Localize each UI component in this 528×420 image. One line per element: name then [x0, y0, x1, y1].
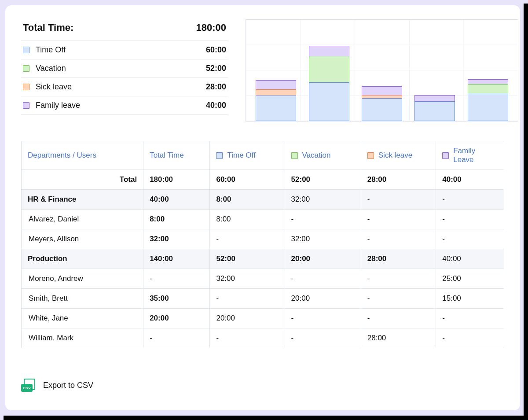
table-body: Total 180:00 60:00 52:00 28:00 40:00 HR … [22, 170, 504, 348]
row-vacation-cell: 20:00 [285, 289, 361, 309]
table-row[interactable]: HR & Finance40:008:0032:00-- [22, 190, 504, 210]
chart-segment [309, 46, 349, 57]
row-total-cell: 20:00 [143, 309, 210, 328]
chart-bar [309, 47, 349, 122]
th-departments-label: Departments / Users [28, 151, 96, 159]
chart-bar [414, 96, 455, 121]
th-family-leave[interactable]: Family Leave [436, 141, 504, 170]
chart-segment [256, 80, 296, 90]
row-family-cell: 25:00 [436, 269, 504, 289]
chart-segment [256, 96, 296, 121]
table-header-row: Departments / Users Total Time Time Off … [22, 141, 504, 170]
row-family-cell: - [436, 210, 504, 229]
row-name-cell: Meyers, Allison [22, 229, 143, 249]
top-section: Total Time: 180:00 Time Off60:00Vacation… [21, 19, 504, 122]
row-sick-cell: - [361, 309, 436, 328]
row-time-off-cell: - [210, 229, 285, 249]
th-vacation[interactable]: Vacation [285, 141, 361, 170]
chart-segment [362, 98, 402, 121]
table-row[interactable]: White, Jane20:0020:00--- [22, 309, 504, 328]
summary-item-value: 52:00 [206, 64, 226, 73]
row-sick-cell: - [361, 289, 436, 309]
csv-file-icon: CSV [21, 379, 36, 392]
row-name-cell: William, Mark [22, 328, 143, 348]
chart-bar [256, 81, 296, 122]
row-family-cell: - [436, 328, 504, 348]
table-row[interactable]: Meyers, Allison32:00-32:00-- [22, 229, 504, 249]
row-family-cell: 15:00 [436, 289, 504, 309]
total-row-total: 180:00 [143, 170, 210, 190]
csv-icon-text: CSV [21, 384, 33, 392]
table-row[interactable]: Smith, Brett35:00-20:00-15:00 [22, 289, 504, 309]
frame-edge-bottom [4, 416, 528, 420]
vacation-swatch-icon [291, 152, 298, 159]
summary-header: Total Time: 180:00 [21, 19, 228, 41]
time-off-swatch-icon [216, 152, 223, 159]
chart-bar [468, 80, 508, 122]
chart-bar [362, 87, 402, 122]
row-time-off-cell: 8:00 [210, 210, 285, 229]
table-row[interactable]: Moreno, Andrew-32:00--25:00 [22, 269, 504, 289]
th-departments[interactable]: Departments / Users [22, 141, 143, 170]
summary-title: Total Time: [23, 22, 73, 33]
summary-total-value: 180:00 [196, 22, 226, 33]
chart-segment [468, 84, 508, 95]
row-vacation-cell: - [285, 210, 361, 229]
row-name-cell: White, Jane [22, 309, 143, 328]
row-vacation-cell: - [285, 269, 361, 289]
th-sick-leave-label: Sick leave [378, 151, 412, 160]
row-vacation-cell: - [285, 328, 361, 348]
th-total-time[interactable]: Total Time [143, 141, 210, 170]
th-sick-leave[interactable]: Sick leave [361, 141, 436, 170]
row-sick-cell: - [361, 190, 436, 210]
total-row-sick: 28:00 [361, 170, 436, 190]
total-row-vacation: 52:00 [285, 170, 361, 190]
row-sick-cell: 28:00 [361, 249, 436, 269]
row-vacation-cell: 32:00 [285, 190, 361, 210]
sick-swatch-icon [367, 152, 374, 159]
row-family-cell: 40:00 [436, 249, 504, 269]
th-time-off-label: Time Off [227, 151, 255, 160]
row-time-off-cell: - [210, 289, 285, 309]
row-time-off-cell: 32:00 [210, 269, 285, 289]
row-total-cell: - [143, 328, 210, 348]
time-report-table: Departments / Users Total Time Time Off … [21, 141, 504, 348]
row-sick-cell: - [361, 229, 436, 249]
summary-item-label: Vacation [36, 64, 66, 73]
chart-segment [468, 94, 508, 121]
family-leave-swatch-icon [23, 102, 29, 109]
summary-item-vacation: Vacation52:00 [21, 59, 228, 78]
chart-wrap [246, 19, 518, 122]
row-family-cell: - [436, 309, 504, 328]
row-name-cell: Moreno, Andrew [22, 269, 143, 289]
summary-item-value: 60:00 [206, 45, 226, 55]
row-name-cell: Smith, Brett [22, 289, 143, 309]
summary-panel: Total Time: 180:00 Time Off60:00Vacation… [21, 19, 228, 122]
row-total-cell: 32:00 [143, 229, 210, 249]
row-total-cell: 140:00 [143, 249, 210, 269]
export-csv-label: Export to CSV [43, 381, 93, 390]
total-row-label: Total [22, 170, 143, 190]
summary-item-sick-leave: Sick leave28:00 [21, 78, 228, 96]
th-family-leave-label: Family Leave [453, 147, 498, 164]
export-csv-button[interactable]: CSV Export to CSV [21, 379, 93, 392]
row-sick-cell: - [361, 210, 436, 229]
table-row[interactable]: Production140:0052:0020:0028:0040:00 [22, 249, 504, 269]
row-sick-cell: 28:00 [361, 328, 436, 348]
page-background: Total Time: 180:00 Time Off60:00Vacation… [0, 0, 528, 420]
vacation-swatch-icon [23, 65, 29, 72]
th-time-off[interactable]: Time Off [210, 141, 285, 170]
time-distribution-chart [246, 19, 518, 122]
row-total-cell: 8:00 [143, 210, 210, 229]
row-name-cell: Alvarez, Daniel [22, 210, 143, 229]
summary-item-family-leave: Family leave40:00 [21, 96, 228, 115]
table-row[interactable]: Alvarez, Daniel8:008:00--- [22, 210, 504, 229]
th-vacation-label: Vacation [302, 151, 331, 160]
row-time-off-cell: 20:00 [210, 309, 285, 328]
row-family-cell: - [436, 190, 504, 210]
summary-item-label: Sick leave [36, 82, 72, 92]
row-vacation-cell: 32:00 [285, 229, 361, 249]
table-row[interactable]: William, Mark---28:00- [22, 328, 504, 348]
chart-segment [414, 101, 455, 121]
sick-leave-swatch-icon [23, 84, 29, 90]
